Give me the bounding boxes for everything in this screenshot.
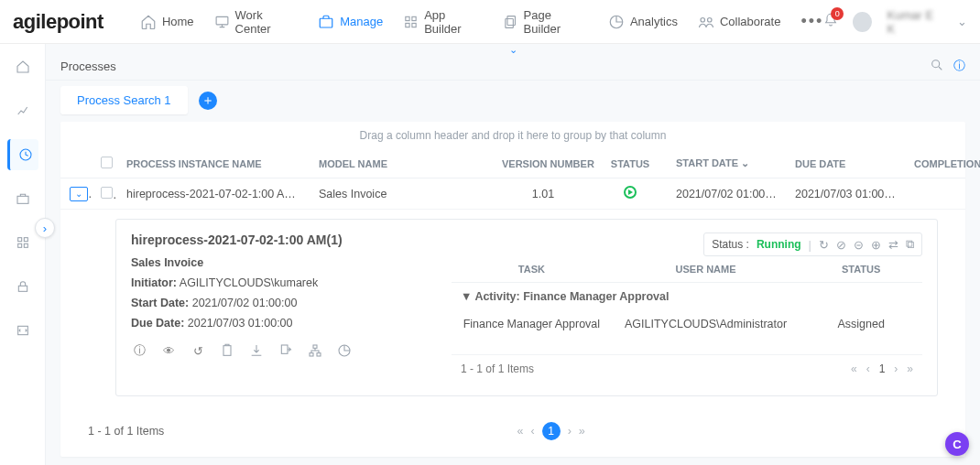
chart-icon [16,103,30,118]
task-status: Assigned [800,310,922,338]
nav-home-label: Home [162,15,194,28]
sidebar-lock[interactable] [7,271,38,302]
pager-last-icon[interactable]: » [907,362,913,375]
nav-app-builder[interactable]: App Builder [403,8,482,36]
clipboard-action-icon[interactable] [219,342,235,359]
swap-icon[interactable]: ⇄ [888,238,898,252]
col-instance[interactable]: PROCESS INSTANCE NAME [117,149,310,178]
bell-badge: 0 [831,7,844,20]
col-model[interactable]: MODEL NAME [310,149,493,178]
grid-pager-prev-icon[interactable]: ‹ [531,425,535,438]
tabs-row: Process Search 1 ＋ [46,81,980,114]
group-hint: Drag a column header and drop it here to… [60,122,965,149]
chevron-down-icon[interactable]: ⌄ [957,15,967,28]
sidebar-code[interactable] [7,315,38,346]
svg-rect-6 [507,16,515,25]
pause-icon[interactable]: ⊝ [854,238,864,252]
nav-analytics-label: Analytics [630,15,678,28]
svg-rect-2 [406,16,409,20]
svg-rect-13 [17,238,21,242]
briefcase-icon [16,191,30,206]
briefcase-icon [318,14,334,30]
col-version[interactable]: VERSION NUMBER [493,149,593,178]
initiator-label: Initiator: [131,276,177,289]
resume-icon[interactable]: ⊕ [871,238,881,252]
notifications-button[interactable]: 0 [823,13,838,30]
tab-process-search[interactable]: Process Search 1 [60,86,188,114]
pager-prev-icon[interactable]: ‹ [866,362,870,375]
col-task-status[interactable]: STATUS [800,256,922,283]
nav-manage[interactable]: Manage [318,14,383,30]
info-action-icon[interactable]: ⓘ [131,342,147,359]
svg-rect-4 [406,23,409,27]
detail-tasks: Status : Running | ↻ ⊘ ⊝ ⊕ ⇄ ⧉ [452,232,922,383]
svg-rect-14 [24,238,27,242]
col-status[interactable]: STATUS [593,149,667,178]
stop-icon[interactable]: ⊘ [836,238,846,252]
tab-label: Process Search 1 [77,93,171,107]
nav-collaborate[interactable]: Collaborate [698,14,781,30]
sidebar-home[interactable] [7,51,38,82]
copy-icon[interactable]: ⧉ [906,237,914,252]
sidebar-chart[interactable] [7,95,38,126]
sidebar-collapse-button[interactable]: › [35,218,55,238]
svg-rect-20 [223,346,231,356]
task-row[interactable]: Finance Manager Approval AGILITYCLOUDS\A… [452,310,922,338]
add-tab-button[interactable]: ＋ [199,92,217,110]
grid-pager-first-icon[interactable]: « [517,425,524,438]
avatar[interactable] [853,12,872,32]
breadcrumb-text: Processes [60,59,116,73]
info-icon[interactable]: ⓘ [953,58,965,75]
due-value: 2021/07/03 01:00:00 [188,317,293,330]
download-action-icon[interactable] [248,342,265,359]
tasks-table: TASK USER NAME STATUS ▼ Activity: Financ… [452,256,922,354]
svg-rect-24 [317,353,321,356]
chat-fab[interactable]: C [945,432,969,456]
activity-collapse-icon[interactable]: ▼ [461,290,472,303]
search-icon[interactable] [930,58,944,75]
refresh-icon[interactable]: ↻ [819,238,829,252]
hierarchy-action-icon[interactable] [307,342,323,359]
export-action-icon[interactable] [278,342,294,359]
svg-rect-5 [412,23,416,27]
due-label: Due Date: [131,317,184,330]
pager-first-icon[interactable]: « [851,362,857,375]
svg-rect-3 [412,16,416,20]
col-due[interactable]: DUE DATE [786,149,905,178]
sidebar-clock[interactable] [7,139,38,170]
top-nav: agilepoint Home Work Center Manage App B… [0,0,980,44]
sidebar-briefcase[interactable] [7,183,38,214]
tasks-header-row: TASK USER NAME STATUS [452,256,922,283]
report-action-icon[interactable] [336,342,353,359]
grid-pager-next-icon[interactable]: › [568,425,572,438]
row-expand-button[interactable]: ⌄ [70,187,88,201]
nav-more-icon[interactable]: ••• [800,12,823,31]
detail-title: hireprocess-2021-07-02-1:00 AM(1) [131,232,452,247]
svg-rect-16 [24,243,27,247]
grid-pager-last-icon[interactable]: » [579,425,585,438]
view-action-icon[interactable]: 👁 [160,342,177,359]
sidebar: › [0,44,46,465]
col-start[interactable]: START DATE ⌄ [667,149,786,178]
select-all-checkbox[interactable] [101,157,113,168]
expand-topnav-icon[interactable]: ⌄ [46,44,980,53]
col-user[interactable]: USER NAME [612,256,800,283]
status-running-icon [624,186,637,199]
nav-work-center[interactable]: Work Center [214,8,299,36]
col-completion[interactable]: COMPLETION DATE [905,149,965,178]
activity-row[interactable]: ▼ Activity: Finance Manager Approval [452,283,922,311]
history-action-icon[interactable]: ↺ [190,342,206,359]
table-row[interactable]: ⌄ hireprocess-2021-07-02-1:00 AM(1) Sale… [60,178,965,210]
nav-analytics[interactable]: Analytics [608,14,678,30]
breadcrumb: Processes ⓘ [46,53,980,81]
nav-collaborate-label: Collaborate [720,15,781,28]
svg-point-10 [707,17,712,22]
collaborate-icon [698,14,714,30]
detail-model: Sales Invoice [131,256,203,269]
row-checkbox[interactable] [101,187,113,199]
nav-home[interactable]: Home [140,14,194,30]
nav-page-builder[interactable]: Page Builder [503,8,588,36]
col-task[interactable]: TASK [452,256,612,283]
pager-next-icon[interactable]: › [894,362,898,375]
sidebar-apps[interactable] [7,227,38,258]
